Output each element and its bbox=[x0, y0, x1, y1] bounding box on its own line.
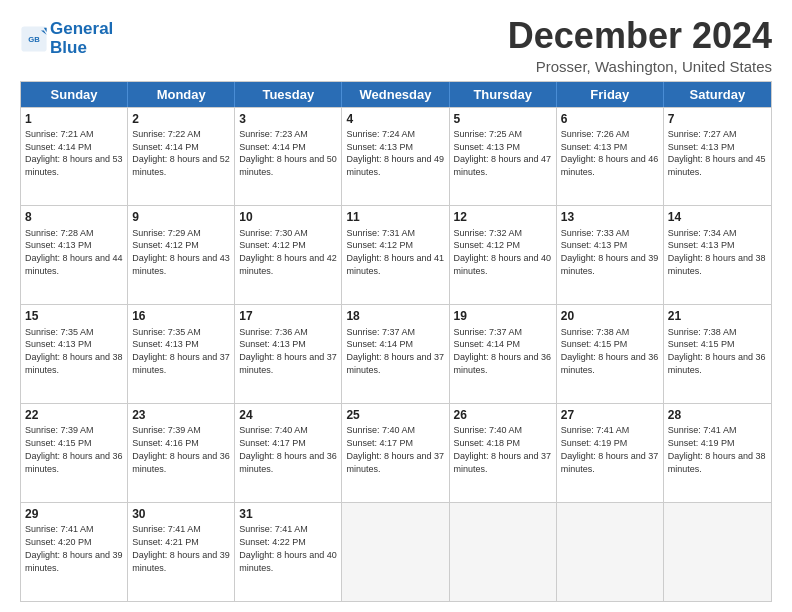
logo-text: General Blue bbox=[50, 20, 113, 57]
day-number: 22 bbox=[25, 407, 123, 423]
day-info: Sunrise: 7:40 AMSunset: 4:18 PMDaylight:… bbox=[454, 425, 552, 473]
day-cell-25: 25 Sunrise: 7:40 AMSunset: 4:17 PMDaylig… bbox=[342, 404, 449, 502]
day-info: Sunrise: 7:35 AMSunset: 4:13 PMDaylight:… bbox=[132, 327, 230, 375]
day-header-thursday: Thursday bbox=[450, 82, 557, 107]
day-cell-24: 24 Sunrise: 7:40 AMSunset: 4:17 PMDaylig… bbox=[235, 404, 342, 502]
page: GB General Blue December 2024 Prosser, W… bbox=[0, 0, 792, 612]
day-number: 31 bbox=[239, 506, 337, 522]
day-number: 17 bbox=[239, 308, 337, 324]
day-cell-30: 30 Sunrise: 7:41 AMSunset: 4:21 PMDaylig… bbox=[128, 503, 235, 601]
week-row-5: 29 Sunrise: 7:41 AMSunset: 4:20 PMDaylig… bbox=[21, 502, 771, 601]
day-cell-19: 19 Sunrise: 7:37 AMSunset: 4:14 PMDaylig… bbox=[450, 305, 557, 403]
day-info: Sunrise: 7:26 AMSunset: 4:13 PMDaylight:… bbox=[561, 129, 659, 177]
week-row-1: 1 Sunrise: 7:21 AMSunset: 4:14 PMDayligh… bbox=[21, 107, 771, 206]
day-number: 23 bbox=[132, 407, 230, 423]
day-number: 19 bbox=[454, 308, 552, 324]
day-info: Sunrise: 7:33 AMSunset: 4:13 PMDaylight:… bbox=[561, 228, 659, 276]
week-row-2: 8 Sunrise: 7:28 AMSunset: 4:13 PMDayligh… bbox=[21, 205, 771, 304]
day-info: Sunrise: 7:38 AMSunset: 4:15 PMDaylight:… bbox=[668, 327, 766, 375]
day-cell-10: 10 Sunrise: 7:30 AMSunset: 4:12 PMDaylig… bbox=[235, 206, 342, 304]
header: GB General Blue December 2024 Prosser, W… bbox=[20, 16, 772, 75]
calendar: SundayMondayTuesdayWednesdayThursdayFrid… bbox=[20, 81, 772, 602]
day-info: Sunrise: 7:21 AMSunset: 4:14 PMDaylight:… bbox=[25, 129, 123, 177]
day-info: Sunrise: 7:37 AMSunset: 4:14 PMDaylight:… bbox=[346, 327, 444, 375]
day-info: Sunrise: 7:41 AMSunset: 4:19 PMDaylight:… bbox=[561, 425, 659, 473]
day-cell-21: 21 Sunrise: 7:38 AMSunset: 4:15 PMDaylig… bbox=[664, 305, 771, 403]
day-cell-20: 20 Sunrise: 7:38 AMSunset: 4:15 PMDaylig… bbox=[557, 305, 664, 403]
day-info: Sunrise: 7:29 AMSunset: 4:12 PMDaylight:… bbox=[132, 228, 230, 276]
day-cell-2: 2 Sunrise: 7:22 AMSunset: 4:14 PMDayligh… bbox=[128, 108, 235, 206]
subtitle: Prosser, Washington, United States bbox=[508, 58, 772, 75]
calendar-body: 1 Sunrise: 7:21 AMSunset: 4:14 PMDayligh… bbox=[21, 107, 771, 601]
day-cell-1: 1 Sunrise: 7:21 AMSunset: 4:14 PMDayligh… bbox=[21, 108, 128, 206]
day-info: Sunrise: 7:35 AMSunset: 4:13 PMDaylight:… bbox=[25, 327, 123, 375]
day-number: 11 bbox=[346, 209, 444, 225]
day-info: Sunrise: 7:25 AMSunset: 4:13 PMDaylight:… bbox=[454, 129, 552, 177]
day-info: Sunrise: 7:23 AMSunset: 4:14 PMDaylight:… bbox=[239, 129, 337, 177]
day-number: 13 bbox=[561, 209, 659, 225]
day-cell-23: 23 Sunrise: 7:39 AMSunset: 4:16 PMDaylig… bbox=[128, 404, 235, 502]
day-number: 21 bbox=[668, 308, 767, 324]
day-info: Sunrise: 7:41 AMSunset: 4:20 PMDaylight:… bbox=[25, 524, 123, 572]
day-header-friday: Friday bbox=[557, 82, 664, 107]
day-info: Sunrise: 7:32 AMSunset: 4:12 PMDaylight:… bbox=[454, 228, 552, 276]
day-cell-17: 17 Sunrise: 7:36 AMSunset: 4:13 PMDaylig… bbox=[235, 305, 342, 403]
day-info: Sunrise: 7:39 AMSunset: 4:16 PMDaylight:… bbox=[132, 425, 230, 473]
day-cell-6: 6 Sunrise: 7:26 AMSunset: 4:13 PMDayligh… bbox=[557, 108, 664, 206]
day-info: Sunrise: 7:28 AMSunset: 4:13 PMDaylight:… bbox=[25, 228, 123, 276]
day-header-monday: Monday bbox=[128, 82, 235, 107]
day-number: 9 bbox=[132, 209, 230, 225]
day-cell-7: 7 Sunrise: 7:27 AMSunset: 4:13 PMDayligh… bbox=[664, 108, 771, 206]
day-cell-8: 8 Sunrise: 7:28 AMSunset: 4:13 PMDayligh… bbox=[21, 206, 128, 304]
day-cell-28: 28 Sunrise: 7:41 AMSunset: 4:19 PMDaylig… bbox=[664, 404, 771, 502]
day-number: 26 bbox=[454, 407, 552, 423]
day-info: Sunrise: 7:31 AMSunset: 4:12 PMDaylight:… bbox=[346, 228, 444, 276]
day-number: 15 bbox=[25, 308, 123, 324]
day-info: Sunrise: 7:41 AMSunset: 4:19 PMDaylight:… bbox=[668, 425, 766, 473]
day-number: 28 bbox=[668, 407, 767, 423]
day-number: 8 bbox=[25, 209, 123, 225]
day-cell-15: 15 Sunrise: 7:35 AMSunset: 4:13 PMDaylig… bbox=[21, 305, 128, 403]
day-info: Sunrise: 7:40 AMSunset: 4:17 PMDaylight:… bbox=[239, 425, 337, 473]
day-cell-26: 26 Sunrise: 7:40 AMSunset: 4:18 PMDaylig… bbox=[450, 404, 557, 502]
day-info: Sunrise: 7:40 AMSunset: 4:17 PMDaylight:… bbox=[346, 425, 444, 473]
empty-cell bbox=[342, 503, 449, 601]
day-number: 25 bbox=[346, 407, 444, 423]
day-cell-27: 27 Sunrise: 7:41 AMSunset: 4:19 PMDaylig… bbox=[557, 404, 664, 502]
day-cell-9: 9 Sunrise: 7:29 AMSunset: 4:12 PMDayligh… bbox=[128, 206, 235, 304]
day-info: Sunrise: 7:36 AMSunset: 4:13 PMDaylight:… bbox=[239, 327, 337, 375]
day-number: 24 bbox=[239, 407, 337, 423]
day-number: 4 bbox=[346, 111, 444, 127]
week-row-4: 22 Sunrise: 7:39 AMSunset: 4:15 PMDaylig… bbox=[21, 403, 771, 502]
day-info: Sunrise: 7:24 AMSunset: 4:13 PMDaylight:… bbox=[346, 129, 444, 177]
day-info: Sunrise: 7:41 AMSunset: 4:21 PMDaylight:… bbox=[132, 524, 230, 572]
day-number: 14 bbox=[668, 209, 767, 225]
day-cell-16: 16 Sunrise: 7:35 AMSunset: 4:13 PMDaylig… bbox=[128, 305, 235, 403]
day-cell-11: 11 Sunrise: 7:31 AMSunset: 4:12 PMDaylig… bbox=[342, 206, 449, 304]
day-info: Sunrise: 7:27 AMSunset: 4:13 PMDaylight:… bbox=[668, 129, 766, 177]
day-info: Sunrise: 7:38 AMSunset: 4:15 PMDaylight:… bbox=[561, 327, 659, 375]
day-number: 3 bbox=[239, 111, 337, 127]
day-info: Sunrise: 7:34 AMSunset: 4:13 PMDaylight:… bbox=[668, 228, 766, 276]
day-header-sunday: Sunday bbox=[21, 82, 128, 107]
day-header-saturday: Saturday bbox=[664, 82, 771, 107]
svg-text:GB: GB bbox=[28, 34, 40, 43]
day-info: Sunrise: 7:39 AMSunset: 4:15 PMDaylight:… bbox=[25, 425, 123, 473]
day-cell-22: 22 Sunrise: 7:39 AMSunset: 4:15 PMDaylig… bbox=[21, 404, 128, 502]
day-number: 2 bbox=[132, 111, 230, 127]
day-number: 27 bbox=[561, 407, 659, 423]
day-cell-18: 18 Sunrise: 7:37 AMSunset: 4:14 PMDaylig… bbox=[342, 305, 449, 403]
day-number: 29 bbox=[25, 506, 123, 522]
day-number: 18 bbox=[346, 308, 444, 324]
day-header-tuesday: Tuesday bbox=[235, 82, 342, 107]
day-cell-5: 5 Sunrise: 7:25 AMSunset: 4:13 PMDayligh… bbox=[450, 108, 557, 206]
day-number: 1 bbox=[25, 111, 123, 127]
day-cell-4: 4 Sunrise: 7:24 AMSunset: 4:13 PMDayligh… bbox=[342, 108, 449, 206]
day-info: Sunrise: 7:22 AMSunset: 4:14 PMDaylight:… bbox=[132, 129, 230, 177]
day-number: 30 bbox=[132, 506, 230, 522]
empty-cell bbox=[450, 503, 557, 601]
title-block: December 2024 Prosser, Washington, Unite… bbox=[508, 16, 772, 75]
day-cell-12: 12 Sunrise: 7:32 AMSunset: 4:12 PMDaylig… bbox=[450, 206, 557, 304]
day-number: 12 bbox=[454, 209, 552, 225]
day-cell-31: 31 Sunrise: 7:41 AMSunset: 4:22 PMDaylig… bbox=[235, 503, 342, 601]
